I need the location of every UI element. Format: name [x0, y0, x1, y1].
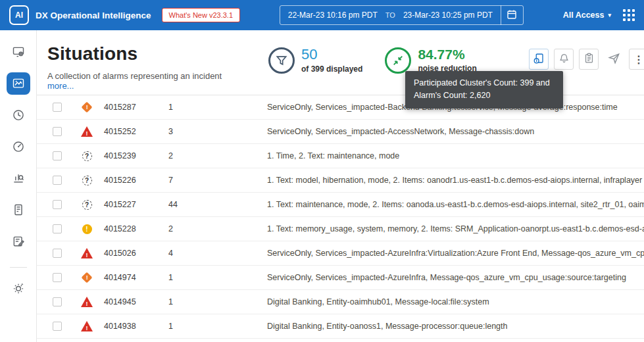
filter-funnel-icon[interactable]	[268, 47, 295, 74]
row-checkbox[interactable]	[53, 127, 62, 136]
displayed-label: of 399 displayed	[301, 64, 362, 74]
severity-unknown-icon: ?	[82, 176, 92, 185]
more-link[interactable]: more...	[47, 81, 74, 91]
alarm-count: 3	[168, 127, 267, 136]
situations-table-body: ! 4015287 1 ServiceOnly, Services_impact…	[37, 95, 644, 339]
alarm-count: 1	[168, 297, 267, 306]
table-row[interactable]: ! 4015228 2 1. Text: memory_usage, syste…	[37, 217, 644, 241]
clipboard-icon	[583, 53, 595, 66]
severity-unknown-icon: ?	[82, 151, 92, 161]
sidebar-item-situations[interactable]	[7, 72, 30, 95]
cluster-info-button[interactable]	[529, 49, 549, 70]
situation-description: 1. Text: model, hibernation, mode, 2. It…	[267, 176, 644, 185]
situation-description: 1. Time, 2. Text: maintenance, mode	[267, 151, 644, 160]
alarm-count: 2	[168, 224, 267, 233]
note-edit-icon	[12, 235, 25, 248]
chevron-down-icon: ▾	[608, 12, 611, 18]
date-from: 22-Mar-23 10:16 pm PDT	[280, 11, 385, 20]
sidebar-item-runbook[interactable]	[7, 230, 30, 253]
sidebar-item-inventory[interactable]	[7, 199, 30, 221]
page-subtitle: A collection of alarms representing an i…	[47, 71, 245, 91]
noise-reduction-icon	[385, 47, 411, 74]
row-checkbox[interactable]	[53, 224, 62, 233]
situation-id: 4015287	[104, 103, 168, 112]
situation-id: 4015239	[104, 151, 168, 160]
displayed-count: 50	[301, 47, 362, 62]
send-button[interactable]	[604, 49, 624, 70]
row-checkbox[interactable]	[53, 273, 62, 282]
access-dropdown[interactable]: All Access ▾	[563, 11, 611, 20]
kebab-menu-icon: ⋮	[633, 53, 644, 66]
situation-id: 4015252	[104, 127, 168, 136]
table-row[interactable]: ! 4015252 3 ServiceOnly, Services_impact…	[37, 120, 644, 144]
app-logo-text: AI	[15, 11, 23, 20]
alerts-button[interactable]	[554, 49, 574, 70]
situation-description: ServiceOnly, Services_impacted-AccessNet…	[267, 127, 644, 136]
table-row[interactable]: ! 4014945 1 Digital Banking, Entity-oaim…	[37, 290, 644, 314]
situations-table: ! 4015287 1 ServiceOnly, Services_impact…	[37, 95, 644, 342]
monitor-gear-icon	[12, 45, 25, 59]
app-launcher-icon[interactable]	[623, 9, 635, 21]
alarm-count: 44	[168, 200, 267, 209]
situation-id: 4015227	[104, 200, 168, 209]
row-checkbox[interactable]	[53, 176, 62, 185]
situation-id: 4015226	[104, 176, 168, 185]
server-list-icon	[12, 203, 25, 216]
table-row[interactable]: ? 4015226 7 1. Text: model, hibernation,…	[37, 168, 644, 193]
alarm-count: 2	[168, 151, 267, 160]
sidebar-item-admin-console[interactable]	[7, 41, 30, 63]
sidebar-item-sla[interactable]	[7, 104, 30, 126]
noise-reduction-stat: 84.77% noise reduction	[385, 47, 476, 74]
alarm-count: 1	[168, 273, 267, 282]
paper-plane-icon	[608, 52, 620, 66]
severity-critical-icon: !	[81, 321, 93, 331]
row-checkbox[interactable]	[53, 322, 62, 331]
severity-critical-icon: !	[81, 248, 93, 258]
row-checkbox[interactable]	[53, 103, 62, 112]
table-row[interactable]: ! 4015026 4 ServiceOnly, Services_impact…	[37, 241, 644, 266]
severity-unknown-icon: ?	[82, 200, 92, 210]
situation-description: Digital Banking, Entity-oanoss1, Message…	[267, 322, 644, 331]
severity-major-icon: !	[82, 102, 93, 113]
sidebar-nav	[0, 30, 37, 342]
alarm-count: 1	[168, 103, 267, 112]
main-content: Situations A collection of alarms repres…	[37, 30, 644, 342]
calendar-button[interactable]	[501, 5, 523, 25]
report-button[interactable]	[579, 49, 599, 70]
situation-id: 4014974	[104, 273, 168, 282]
chart-search-icon	[12, 172, 25, 185]
sidebar-divider	[10, 267, 27, 268]
situation-description: Digital Banking, Entity-oaimhub01, Messa…	[267, 297, 644, 306]
severity-major-icon: !	[82, 272, 93, 283]
row-checkbox[interactable]	[53, 200, 62, 209]
table-row[interactable]: ! 4014974 1 ServiceOnly, Services_impact…	[37, 266, 644, 290]
table-row[interactable]: ? 4015227 44 1. Text: maintenance, mode,…	[37, 193, 644, 217]
more-actions-button[interactable]: ⋮	[629, 49, 644, 70]
situation-id: 4014945	[104, 297, 168, 306]
sidebar-item-analytics[interactable]	[7, 167, 30, 189]
row-checkbox[interactable]	[53, 297, 62, 306]
alarm-count: 4	[168, 249, 267, 258]
table-row[interactable]: ? 4015239 2 1. Time, 2. Text: maintenanc…	[37, 144, 644, 168]
situation-id: 4015228	[104, 224, 168, 233]
info-document-icon	[533, 53, 545, 66]
alarm-count: 1	[168, 322, 267, 331]
whats-new-button[interactable]: What's New v23.3.1	[162, 8, 240, 22]
gauge-icon	[12, 140, 25, 153]
page-title: Situations	[47, 43, 245, 64]
app-title: DX Operational Intelligence	[36, 11, 151, 20]
page-subtitle-text: A collection of alarms representing an i…	[47, 71, 222, 81]
row-checkbox[interactable]	[53, 151, 62, 160]
sidebar-item-settings[interactable]	[7, 277, 30, 299]
row-checkbox[interactable]	[53, 249, 62, 258]
bell-icon	[558, 53, 570, 66]
situation-description: 1. Text: memory_usage, system, memory, 2…	[267, 224, 644, 233]
situation-id: 4014938	[104, 322, 168, 331]
situation-id: 4015026	[104, 249, 168, 258]
date-range-picker[interactable]: 22-Mar-23 10:16 pm PDT TO 23-Mar-23 10:2…	[280, 5, 524, 25]
severity-minor-icon: !	[82, 224, 92, 234]
table-row[interactable]: ! 4014938 1 Digital Banking, Entity-oano…	[37, 314, 644, 339]
sidebar-item-performance[interactable]	[7, 135, 30, 158]
top-bar: AI DX Operational Intelligence What's Ne…	[0, 0, 644, 30]
situation-description: 1. Text: maintenance, mode, 2. Items: oa…	[267, 200, 644, 209]
